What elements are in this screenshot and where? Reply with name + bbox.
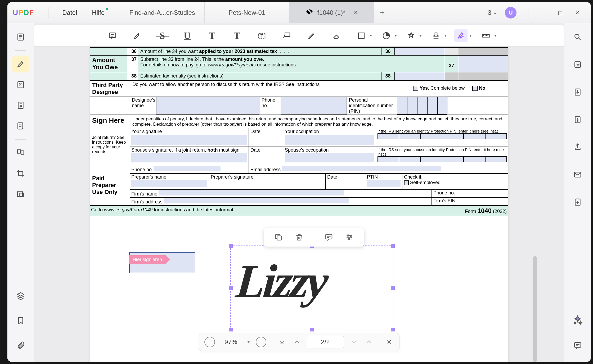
- callout-tool-icon[interactable]: [280, 29, 293, 42]
- sticker-tool-icon[interactable]: [380, 29, 393, 42]
- pin-box[interactable]: [437, 97, 447, 115]
- designee-name-input[interactable]: [156, 97, 259, 115]
- designee-phone-input[interactable]: [281, 97, 347, 115]
- comment-panel-icon[interactable]: [569, 337, 586, 354]
- convert-icon[interactable]: [569, 84, 586, 101]
- pin-box[interactable]: [417, 97, 427, 115]
- add-tab-button[interactable]: +: [374, 2, 390, 23]
- close-tab-icon[interactable]: ✕: [353, 9, 358, 16]
- next-page-icon[interactable]: [349, 337, 359, 347]
- organize-icon[interactable]: [12, 144, 29, 161]
- occupation-field[interactable]: [285, 135, 374, 145]
- copy-icon[interactable]: [273, 231, 284, 243]
- form-tool-icon[interactable]: [12, 117, 29, 134]
- zoom-dropdown-icon[interactable]: ▼: [247, 340, 250, 344]
- signature-tool-icon[interactable]: [454, 29, 468, 42]
- self-employed-checkbox[interactable]: [404, 180, 409, 185]
- note-icon[interactable]: [323, 231, 335, 243]
- your-occupation-label: Your occupation: [283, 128, 376, 147]
- highlighter-tool-icon[interactable]: [131, 29, 144, 42]
- highlight-tool-icon[interactable]: [12, 56, 29, 72]
- comment-tool-icon[interactable]: [106, 29, 119, 42]
- pencil-tool-icon[interactable]: [305, 29, 318, 42]
- pin-box[interactable]: [397, 97, 407, 115]
- zoom-in-button[interactable]: +: [256, 337, 266, 347]
- vertical-scrollbar[interactable]: [533, 256, 537, 362]
- line-36-input[interactable]: [394, 48, 445, 55]
- underline-tool-icon[interactable]: U: [181, 29, 194, 42]
- joint-return-note: Joint return? See instructions. Keep a c…: [92, 135, 128, 154]
- ruler-tool-icon[interactable]: [479, 29, 492, 42]
- signature-field-placeholder[interactable]: Hier signieren: [129, 252, 195, 273]
- last-page-icon[interactable]: [364, 337, 374, 347]
- resize-handle[interactable]: [391, 244, 395, 248]
- ocr-icon[interactable]: OCR: [569, 56, 586, 73]
- close-bar-icon[interactable]: ✕: [384, 337, 394, 347]
- line-37-input[interactable]: [458, 56, 508, 72]
- page-number-input[interactable]: 2 / 2: [307, 336, 344, 348]
- resize-handle[interactable]: [229, 286, 233, 290]
- pin-box[interactable]: [407, 97, 417, 115]
- properties-icon[interactable]: [344, 231, 355, 243]
- resize-handle[interactable]: [391, 286, 395, 290]
- crop-icon[interactable]: [12, 165, 29, 182]
- sidebar-left: [7, 23, 34, 362]
- checkbox-yes[interactable]: [413, 86, 418, 91]
- eraser-tool-icon[interactable]: [330, 29, 343, 42]
- close-window-button[interactable]: ✕: [572, 7, 582, 18]
- open-count[interactable]: 3: [488, 9, 491, 16]
- layers-icon[interactable]: [12, 287, 29, 304]
- document-viewport[interactable]: 36 Amount of line 34 you want applied to…: [34, 23, 564, 362]
- tab-0[interactable]: Find-and-A...er-Studies: [120, 2, 205, 23]
- sidebar-bottom: [12, 287, 29, 354]
- resize-handle[interactable]: [310, 328, 314, 331]
- resize-handle[interactable]: [229, 244, 233, 248]
- thumbnails-icon[interactable]: [12, 29, 29, 46]
- email-label: Email address: [249, 165, 508, 173]
- separator: [528, 7, 528, 18]
- user-avatar[interactable]: U: [505, 7, 516, 19]
- minimize-button[interactable]: —: [538, 7, 549, 18]
- sign-here-heading: Sign Here: [92, 116, 128, 125]
- tab-1[interactable]: Pets-New-01: [205, 2, 289, 23]
- save-cloud-icon[interactable]: [569, 194, 586, 211]
- ai-assistant-icon[interactable]: [569, 312, 586, 329]
- resize-handle[interactable]: [229, 328, 233, 331]
- stamp-tool-icon[interactable]: [405, 29, 418, 42]
- maximize-button[interactable]: ▢: [555, 7, 565, 18]
- line-36-num: 36: [127, 48, 138, 55]
- textbox-tool-icon[interactable]: T: [255, 29, 268, 42]
- compress-icon[interactable]: [569, 111, 586, 128]
- menu-file[interactable]: Datei: [62, 9, 77, 16]
- app-window: UPDF Datei Hilfe Find-and-A...er-Studies…: [7, 2, 591, 362]
- text-tool-icon[interactable]: T: [230, 29, 244, 42]
- shape-tool-icon[interactable]: [355, 29, 368, 42]
- redact-icon[interactable]: [12, 186, 29, 203]
- spouse-sig-field[interactable]: [131, 153, 247, 162]
- attachment-icon[interactable]: [12, 337, 29, 354]
- your-signature-field[interactable]: [131, 135, 247, 145]
- bookmark-icon[interactable]: [12, 312, 29, 329]
- tab-2[interactable]: f1040 (1)* ✕: [289, 2, 374, 23]
- first-page-icon[interactable]: [277, 337, 287, 347]
- menu-help[interactable]: Hilfe: [92, 9, 105, 16]
- irs-pin-1: If the IRS sent you an Identity Protecti…: [376, 128, 508, 147]
- search-icon[interactable]: [569, 29, 586, 46]
- strikethrough-tool-icon[interactable]: S: [156, 29, 169, 42]
- zoom-value[interactable]: 97%: [220, 338, 241, 346]
- delete-icon[interactable]: [293, 231, 305, 243]
- email-icon[interactable]: [569, 166, 586, 183]
- zoom-out-button[interactable]: −: [204, 337, 215, 347]
- stamp2-tool-icon[interactable]: [429, 29, 443, 42]
- line-38-input[interactable]: [394, 72, 445, 80]
- prev-page-icon[interactable]: [292, 337, 302, 347]
- chevron-down-icon[interactable]: ⌄: [493, 10, 497, 16]
- signature-annotation-selected[interactable]: Lizzy: [230, 245, 393, 330]
- share-icon[interactable]: [569, 139, 586, 156]
- pin-box[interactable]: [427, 97, 437, 115]
- checkbox-no[interactable]: [472, 86, 478, 91]
- squiggly-tool-icon[interactable]: T: [205, 29, 219, 42]
- edit-text-icon[interactable]: [12, 76, 29, 93]
- page-tool-icon[interactable]: [12, 97, 29, 114]
- resize-handle[interactable]: [391, 328, 395, 331]
